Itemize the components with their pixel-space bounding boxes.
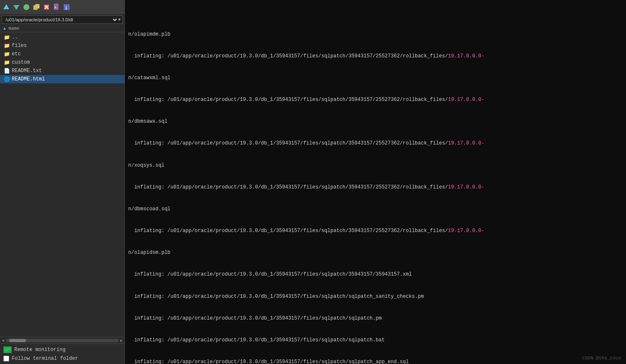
term-line: n/dbmscoad.sql bbox=[128, 206, 623, 213]
path-select[interactable]: /u01/app/oracle/product/19.3.0/dt bbox=[4, 17, 118, 23]
toolbar-icon-1[interactable] bbox=[2, 3, 11, 12]
tree-item-files-label: files bbox=[12, 43, 27, 49]
toolbar: A i bbox=[0, 0, 124, 14]
remote-monitoring-label: Remote monitoring bbox=[14, 347, 65, 353]
svg-point-2 bbox=[23, 4, 29, 10]
remote-monitoring-item[interactable]: Remote monitoring bbox=[3, 346, 121, 353]
toolbar-icon-7[interactable]: i bbox=[62, 3, 71, 12]
term-line: n/catawxml.sql bbox=[128, 75, 623, 82]
term-line: inflating: /u01/app/oracle/product/19.3.… bbox=[128, 53, 623, 60]
folder-icon-files: 📁 bbox=[3, 42, 10, 49]
left-panel: A i /u01/app/oracle/product/19.3.0/dt ▼ … bbox=[0, 0, 125, 364]
svg-text:i: i bbox=[65, 6, 67, 10]
toolbar-icon-6[interactable]: A bbox=[52, 3, 61, 12]
term-line: inflating: /u01/app/oracle/product/19.3.… bbox=[128, 359, 623, 364]
follow-terminal-item[interactable]: Follow terminal folder bbox=[3, 356, 121, 361]
name-column-label: Name bbox=[8, 26, 19, 31]
scroll-left-btn[interactable]: ◀ bbox=[2, 338, 4, 343]
term-line: inflating: /u01/app/oracle/product/19.3.… bbox=[128, 96, 623, 103]
bottom-panel: Remote monitoring Follow terminal folder bbox=[0, 343, 124, 364]
term-line: inflating: /u01/app/oracle/product/19.3.… bbox=[128, 184, 623, 191]
folder-icon-etc: 📁 bbox=[3, 51, 10, 57]
toolbar-icon-2[interactable] bbox=[12, 3, 21, 12]
term-line: n/dbmsawx.sql bbox=[128, 118, 623, 125]
term-line: inflating: /u01/app/oracle/product/19.3.… bbox=[128, 271, 623, 278]
terminal-panel: n/olapimdm.plb inflating: /u01/app/oracl… bbox=[125, 0, 626, 364]
term-line: n/xoqsys.sql bbox=[128, 162, 623, 169]
term-line: inflating: /u01/app/oracle/product/19.3.… bbox=[128, 337, 623, 344]
scroll-right-btn[interactable]: ▶ bbox=[120, 338, 123, 343]
svg-marker-1 bbox=[13, 5, 19, 10]
svg-marker-0 bbox=[3, 4, 9, 9]
file-tree: 📁 .. 📁 files 📁 etc 📁 custom 📄 README.txt… bbox=[0, 32, 124, 337]
toolbar-icon-3[interactable] bbox=[22, 3, 31, 12]
term-line: inflating: /u01/app/oracle/product/19.3.… bbox=[128, 293, 623, 300]
watermark: CSDN @the_coco bbox=[582, 356, 621, 361]
tree-item-back[interactable]: 📁 .. bbox=[0, 33, 124, 41]
folder-icon-custom: 📁 bbox=[3, 59, 10, 66]
toolbar-icon-5[interactable] bbox=[42, 3, 51, 12]
file-icon-readme-html: 🌐 bbox=[3, 76, 10, 83]
toolbar-icon-4[interactable] bbox=[32, 3, 41, 12]
svg-text:A: A bbox=[54, 5, 57, 9]
remote-monitoring-icon bbox=[3, 346, 12, 353]
back-folder-icon: 📁 bbox=[3, 34, 10, 41]
tree-item-custom[interactable]: 📁 custom bbox=[0, 58, 124, 67]
h-scrollbar-thumb bbox=[9, 339, 26, 342]
tree-item-files[interactable]: 📁 files bbox=[0, 41, 124, 50]
h-scrollbar-track[interactable] bbox=[6, 339, 119, 342]
path-bar[interactable]: /u01/app/oracle/product/19.3.0/dt ▼ bbox=[2, 15, 123, 24]
tree-item-custom-label: custom bbox=[12, 59, 30, 65]
term-line: inflating: /u01/app/oracle/product/19.3.… bbox=[128, 227, 623, 235]
file-icon-readme-txt: 📄 bbox=[3, 67, 10, 74]
follow-terminal-label: Follow terminal folder bbox=[12, 356, 78, 361]
tree-item-readme-html-label: README.html bbox=[12, 76, 45, 82]
column-header: ▲ Name bbox=[0, 25, 124, 32]
tree-item-readme-txt[interactable]: 📄 README.txt bbox=[0, 67, 124, 75]
tree-item-readme-html[interactable]: 🌐 README.html bbox=[0, 75, 124, 83]
tree-item-back-label: .. bbox=[12, 34, 18, 40]
follow-terminal-checkbox[interactable] bbox=[3, 356, 9, 361]
term-line: n/olapidsm.plb bbox=[128, 249, 623, 256]
horizontal-scrollbar-row: ◀ ▶ bbox=[0, 337, 124, 343]
term-line: inflating: /u01/app/oracle/product/19.3.… bbox=[128, 140, 623, 147]
tree-item-etc[interactable]: 📁 etc bbox=[0, 50, 124, 58]
terminal-output[interactable]: n/olapimdm.plb inflating: /u01/app/oracl… bbox=[125, 0, 626, 364]
tree-item-readme-txt-label: README.txt bbox=[12, 68, 42, 74]
term-line: inflating: /u01/app/oracle/product/19.3.… bbox=[128, 315, 623, 322]
svg-rect-4 bbox=[35, 4, 39, 8]
term-line: n/olapimdm.plb bbox=[128, 31, 623, 38]
tree-item-etc-label: etc bbox=[12, 51, 21, 57]
